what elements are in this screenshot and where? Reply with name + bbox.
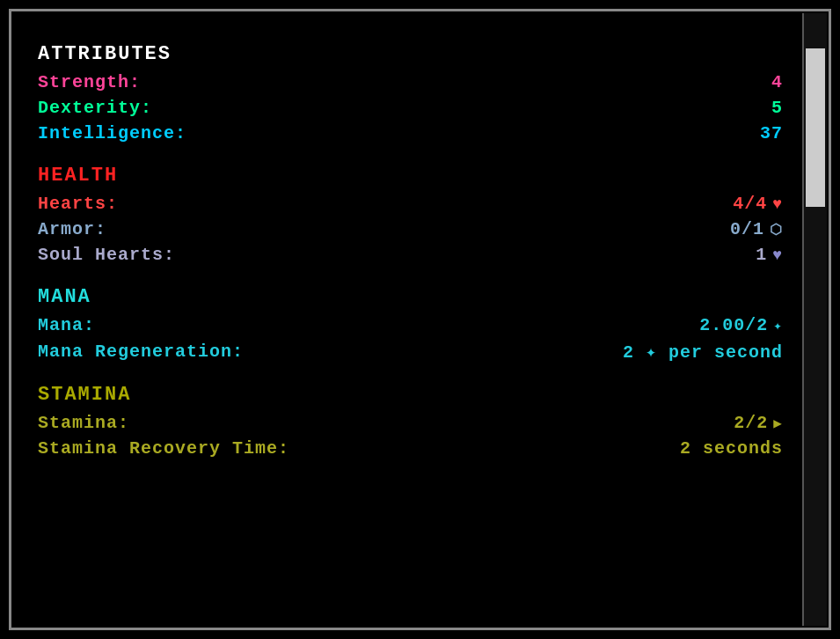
strength-label: Strength: xyxy=(38,72,141,92)
intelligence-value: 37 xyxy=(760,123,783,143)
strength-value: 4 xyxy=(771,72,783,92)
armor-label: Armor: xyxy=(38,219,106,239)
soul-hearts-row: Soul Hearts: 1 ♥ xyxy=(38,245,783,265)
dexterity-row: Dexterity: 5 xyxy=(38,98,783,118)
intelligence-row: Intelligence: 37 xyxy=(38,123,783,143)
mana-title: MANA xyxy=(38,286,783,308)
mana-number: 2.00/2 xyxy=(699,315,768,335)
armor-row: Armor: 0/1 ⬡ xyxy=(38,219,783,239)
dexterity-label: Dexterity: xyxy=(38,98,152,118)
hearts-label: Hearts: xyxy=(38,194,118,214)
intelligence-label: Intelligence: xyxy=(38,123,186,143)
stamina-title: STAMINA xyxy=(38,384,783,406)
stamina-row: Stamina: 2/2 ▶ xyxy=(38,413,783,433)
armor-value: 0/1 ⬡ xyxy=(730,219,783,239)
heart-icon: ♥ xyxy=(772,195,783,213)
mana-row: Mana: 2.00/2 ✦ xyxy=(38,315,783,335)
hearts-value: 4/4 ♥ xyxy=(733,194,783,214)
hearts-row: Hearts: 4/4 ♥ xyxy=(38,194,783,214)
mana-regen-label: Mana Regeneration: xyxy=(38,342,244,362)
stamina-value: 2/2 ▶ xyxy=(734,413,783,433)
stamina-number: 2/2 xyxy=(734,413,768,433)
stamina-recovery-label: Stamina Recovery Time: xyxy=(38,438,289,459)
scrollbar-track[interactable] xyxy=(802,13,827,626)
strength-row: Strength: 4 xyxy=(38,72,783,92)
mana-regen-value: 2 ✦ per second xyxy=(623,341,783,363)
stamina-recovery-row: Stamina Recovery Time: 2 seconds xyxy=(38,438,783,459)
mana-label: Mana: xyxy=(38,315,95,335)
hearts-number: 4/4 xyxy=(733,194,767,214)
main-panel: ATTRIBUTES Strength: 4 Dexterity: 5 Inte… xyxy=(9,9,831,630)
health-title: HEALTH xyxy=(38,165,783,187)
soul-hearts-number: 1 xyxy=(756,245,767,265)
soul-hearts-label: Soul Hearts: xyxy=(38,245,175,265)
stamina-recovery-value: 2 seconds xyxy=(680,438,783,459)
stamina-icon: ▶ xyxy=(773,415,783,432)
scrollbar-thumb[interactable] xyxy=(806,48,825,207)
mana-regen-row: Mana Regeneration: 2 ✦ per second xyxy=(38,341,783,363)
dexterity-value: 5 xyxy=(771,98,783,118)
armor-number: 0/1 xyxy=(730,219,764,239)
soul-hearts-value: 1 ♥ xyxy=(756,245,783,265)
mana-value: 2.00/2 ✦ xyxy=(699,315,783,335)
mana-icon: ✦ xyxy=(773,317,783,334)
stamina-label: Stamina: xyxy=(38,413,129,433)
attributes-title: ATTRIBUTES xyxy=(38,43,783,65)
shield-icon: ⬡ xyxy=(770,221,783,239)
content-area: ATTRIBUTES Strength: 4 Dexterity: 5 Inte… xyxy=(11,11,800,628)
soul-heart-icon: ♥ xyxy=(772,246,783,264)
